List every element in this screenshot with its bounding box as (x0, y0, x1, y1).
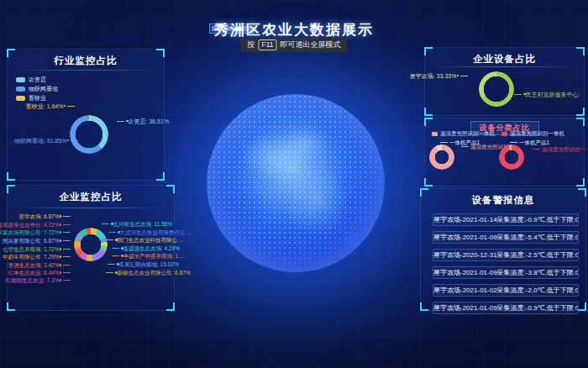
enterprise-chart-label: 北河银生态农场: 11.56% (100, 221, 172, 228)
industry-legend: 农资店 物联网基地 畜牧业 (16, 75, 58, 103)
enterprise-chart-label: 大运河生态牧业有限责任公… (107, 229, 191, 236)
tooltip-prefix: 按 (247, 39, 255, 50)
panel-device-category-ratio: 设备分类占比 温湿度光照识别一体机 一体机产品1 温湿度光照识别一 温湿度光照识… (424, 118, 585, 187)
enterprise-chart-label: 赵超果蔬专业合作社: 4.72% (0, 222, 72, 229)
alarm-row: 星宇农场-2021-01-02采集温度:-2.0℃,低于下限:0℃ (433, 284, 579, 297)
enterprise-chart-label: 国兴发有限公司: 6.87% (3, 238, 72, 244)
enterprise-chart-label: 嘉盛源生态农场: 4.29% (110, 245, 180, 252)
title-divider (13, 208, 169, 208)
globe-visualization (207, 94, 385, 272)
legend-item: 物联网基地 (16, 84, 58, 93)
enterprise-chart-label: 瓜果汇阳自留地: 15.02% (106, 261, 179, 268)
alarm-row: 星宇农场-2020-12-31采集温度:-2.5℃,低于下限:0℃ (433, 249, 579, 261)
enterprise-donut-chart (74, 228, 108, 261)
device-legend-item: 温湿度光照识别一体机 (501, 130, 564, 137)
enterprise-chart-label: 家富农场有限公司: 7.72% (0, 229, 72, 236)
panel-title: 设备警报信息 (421, 194, 585, 207)
globe-dot-texture (207, 94, 385, 272)
industry-donut-chart (70, 115, 108, 154)
equipment-donut-chart (479, 71, 514, 107)
legend-swatch (432, 132, 438, 136)
legend-swatch (16, 87, 25, 92)
dashboard-screen: 秀洲区农业大数据展示 按 F11 即可退出全屏模式 行业监控占比 农资店 物联网… (0, 0, 588, 368)
panel-enterprise-device-ratio: 企业设备占比 星宇农场: 33.33% 民主村党群服务中心: (424, 47, 585, 116)
legend-swatch (16, 96, 25, 101)
alarm-row: 星宇农场-2021-01-09采集温度:-0.9℃,低于下限:0℃ (433, 302, 579, 314)
enterprise-chart-label: 新硕生态农业有限公司: 6.87% (104, 270, 191, 276)
equipment-chart-label: 民主村党群服务中心: (512, 92, 580, 98)
f11-key-badge: F11 (258, 39, 276, 50)
legend-swatch (16, 77, 25, 82)
enterprise-chart-label: 中奶牛有限公司: 7.29% (3, 254, 72, 260)
industry-chart-label: 物联网基地: 61.85% (14, 138, 80, 145)
device-chart-callout: 温湿度光照识别一 (531, 146, 585, 153)
enterprise-chart-label: 七华生态养殖场: 1.72% (3, 246, 72, 253)
panel-enterprise-monitor-ratio: 企业监控占比 星宇农场: 6.87% 赵超果蔬专业合作社: 4.72% 家富农场… (7, 185, 175, 311)
fullscreen-exit-tooltip: 按 F11 即可退出全屏模式 (240, 38, 347, 52)
alarm-row: 星宇农场-2021-01-14采集温度:-0.9℃,低于下限:0℃ (433, 213, 579, 226)
title-divider (430, 66, 579, 67)
enterprise-chart-label: 仁丰生态农业: 6.44% (8, 270, 72, 276)
device-legend-item: 温湿度光照识别一体机 (432, 130, 495, 137)
alarm-list: 星宇农场-2021-01-14采集温度:-0.9℃,低于下限:0℃ 星宇农场-2… (421, 213, 585, 314)
enterprise-chart-label: 阳门生态农业科技有限公… (104, 237, 183, 244)
device-category-donut-left (429, 145, 454, 170)
panel-industry-monitor-ratio: 行业监控占比 农资店 物联网基地 畜牧业 畜牧业: 1.64% 农资店: 36.… (7, 49, 165, 181)
panel-title: 企业设备占比 (425, 53, 584, 66)
page-title: 秀洲区农业大数据展示 (0, 20, 588, 39)
enterprise-chart-label: 李强生态农场: 3.42% (8, 262, 72, 269)
enterprise-chart-label: 红南园生态农业: 7.3% (6, 277, 72, 284)
legend-item: 畜牧业 (16, 93, 58, 103)
industry-chart-label: 畜牧业: 1.64% (26, 103, 76, 110)
enterprise-chart-label: 星宇农场: 6.87% (18, 213, 72, 220)
equipment-chart-label: 星宇农场: 33.33% (410, 73, 470, 80)
tooltip-suffix: 即可退出全屏模式 (281, 39, 341, 50)
panel-title: 行业监控占比 (8, 55, 164, 67)
title-divider (13, 70, 159, 71)
device-category-donut-right (499, 145, 524, 170)
industry-chart-label: 农资店: 36.51% (115, 118, 169, 125)
legend-item: 农资店 (16, 75, 58, 84)
legend-swatch (501, 132, 507, 136)
alarm-row: 星宇农场-2021-01-09采集温度:-3.8℃,低于下限:0℃ (433, 266, 579, 279)
panel-title: 企业监控占比 (8, 191, 174, 203)
alarm-row: 星宇农场-2021-01-09采集温度:-5.4℃,低于下限:0℃ (433, 231, 579, 244)
panel-device-alarms: 设备警报信息 星宇农场-2021-01-14采集温度:-0.9℃,低于下限:0℃… (420, 188, 586, 311)
enterprise-chart-label: 丰盛水产种苗养殖场: 1.… (110, 253, 186, 260)
